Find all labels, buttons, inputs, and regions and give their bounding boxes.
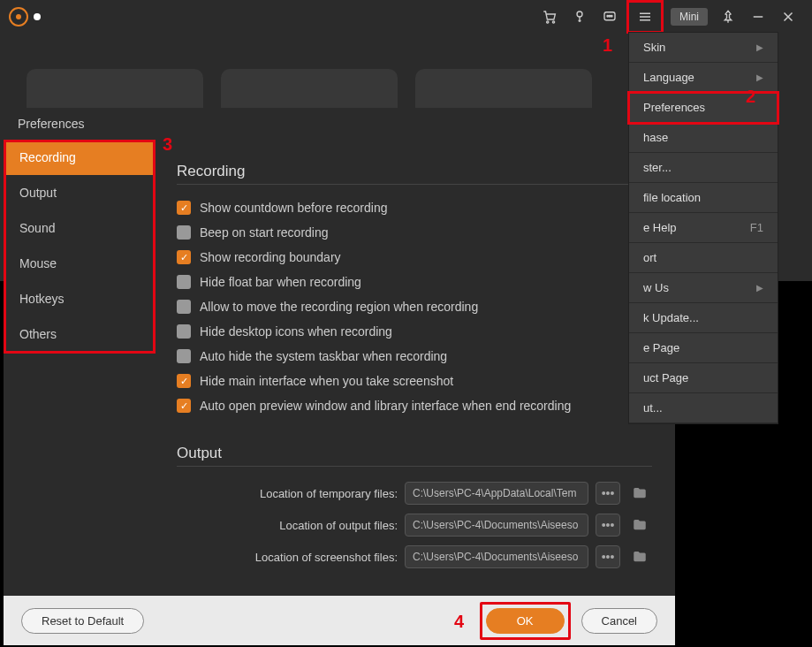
menu-item-w-us[interactable]: w Us▶ [629,273,778,303]
rec-dot-icon [34,13,41,20]
checkbox-label: Auto hide the system taskbar when record… [200,349,447,363]
menu-item-skin[interactable]: Skin▶ [629,33,778,63]
browse-button[interactable]: ••• [596,514,620,537]
menu-icon[interactable] [633,4,657,29]
menu-item-e-help[interactable]: e HelpF1 [629,213,778,243]
dialog-header: Preferences [4,108,675,140]
annotation-1: 1 [603,35,612,56]
checkbox-row: ✓Show recording boundary [177,245,652,270]
checkbox[interactable]: ✓ [177,250,191,264]
sidebar-item-hotkeys[interactable]: Hotkeys [4,281,154,316]
svg-point-4 [607,16,609,18]
chevron-right-icon: ▶ [756,72,763,82]
menu-item-ster-[interactable]: ster... [629,153,778,183]
ok-highlight: OK [480,602,571,640]
checkbox-label: Hide desktop icons when recording [200,324,392,339]
dialog-footer: Reset to Default OK Cancel [4,596,675,645]
preferences-dialog: Preferences RecordingOutputSoundMouseHot… [4,108,675,645]
sidebar-item-recording[interactable]: Recording [4,140,154,175]
checkbox-label: Hide main interface when you take screen… [200,374,453,388]
ok-button[interactable]: OK [486,608,565,634]
minimize-icon[interactable] [746,4,770,29]
hamburger-menu-highlight [626,0,664,34]
menu-item-ort[interactable]: ort [629,243,778,273]
output-path-field[interactable] [405,545,588,568]
pin-icon[interactable] [716,4,740,29]
output-label: Location of output files: [177,519,398,532]
svg-point-1 [552,21,554,23]
output-path-row: Location of screenshot files:••• [177,541,652,573]
dialog-title: Preferences [18,117,84,131]
checkbox[interactable] [177,324,191,339]
dialog-sidebar: RecordingOutputSoundMouseHotkeysOthers [4,140,154,596]
sidebar-item-sound[interactable]: Sound [4,210,154,246]
menu-item-uct-page[interactable]: uct Page [629,363,778,393]
svg-point-0 [547,21,549,23]
checkbox-label: Show countdown before recording [200,201,387,215]
checkbox[interactable] [177,300,191,314]
chevron-right-icon: ▶ [756,283,763,293]
sidebar-item-mouse[interactable]: Mouse [4,246,154,281]
output-path-field[interactable] [405,514,588,537]
chevron-right-icon: ▶ [756,42,763,52]
menu-item-file-location[interactable]: file location [629,183,778,213]
menu-item-k-update-[interactable]: k Update... [629,303,778,333]
checkbox[interactable] [177,275,191,289]
svg-point-2 [577,11,582,17]
checkbox-row: Auto hide the system taskbar when record… [177,344,652,369]
checkbox-row: ✓Auto open preview window and library in… [177,393,652,418]
output-path-field[interactable] [405,482,588,505]
cart-icon[interactable] [537,4,562,29]
section-title-recording: Recording [177,163,652,185]
cancel-button[interactable]: Cancel [581,608,657,634]
main-menu-dropdown: Skin▶Language▶Preferenceshasester...file… [628,32,778,424]
output-label: Location of temporary files: [177,487,398,500]
browse-button[interactable]: ••• [596,545,620,568]
checkbox-row: Hide desktop icons when recording [177,319,652,344]
checkbox[interactable] [177,225,191,240]
checkbox-label: Show recording boundary [200,250,341,264]
svg-point-5 [609,16,611,18]
open-folder-icon[interactable] [627,545,652,568]
mini-button[interactable]: Mini [671,8,708,26]
titlebar: Mini [0,0,812,34]
menu-item-e-page[interactable]: e Page [629,333,778,363]
section-title-output: Output [177,445,652,467]
app-logo-icon [9,7,28,27]
browse-button[interactable]: ••• [596,482,620,505]
checkbox-row: Allow to move the recording region when … [177,294,652,319]
annotation-2: 2 [746,87,755,107]
reset-button[interactable]: Reset to Default [21,608,144,634]
checkbox[interactable]: ✓ [177,399,191,413]
checkbox-label: Beep on start recording [200,225,329,240]
checkbox[interactable]: ✓ [177,201,191,215]
annotation-4: 4 [454,612,464,632]
annotation-3: 3 [163,134,172,155]
output-label: Location of screenshot files: [177,551,398,564]
output-path-row: Location of output files:••• [177,509,652,541]
output-path-row: Location of temporary files:••• [177,477,652,509]
checkbox-row: Beep on start recording [177,220,652,245]
menu-item-ut-[interactable]: ut... [629,393,778,423]
sidebar-item-others[interactable]: Others [4,316,154,352]
close-icon[interactable] [776,4,801,29]
feedback-icon[interactable] [597,4,622,29]
checkbox-row: ✓Show countdown before recording [177,195,652,220]
checkbox-row: ✓Hide main interface when you take scree… [177,369,652,393]
checkbox-label: Allow to move the recording region when … [200,300,478,314]
checkbox[interactable]: ✓ [177,374,191,388]
svg-point-6 [611,16,612,18]
checkbox[interactable] [177,349,191,363]
checkbox-row: Hide float bar when recording [177,270,652,294]
sidebar-item-output[interactable]: Output [4,175,154,210]
open-folder-icon[interactable] [627,482,652,505]
checkbox-label: Hide float bar when recording [200,275,361,289]
open-folder-icon[interactable] [627,514,652,537]
checkbox-label: Auto open preview window and library int… [200,399,571,413]
dialog-content: Recording✓Show countdown before recordin… [154,140,675,596]
key-icon[interactable] [567,4,592,29]
menu-item-hase[interactable]: hase [629,123,778,153]
